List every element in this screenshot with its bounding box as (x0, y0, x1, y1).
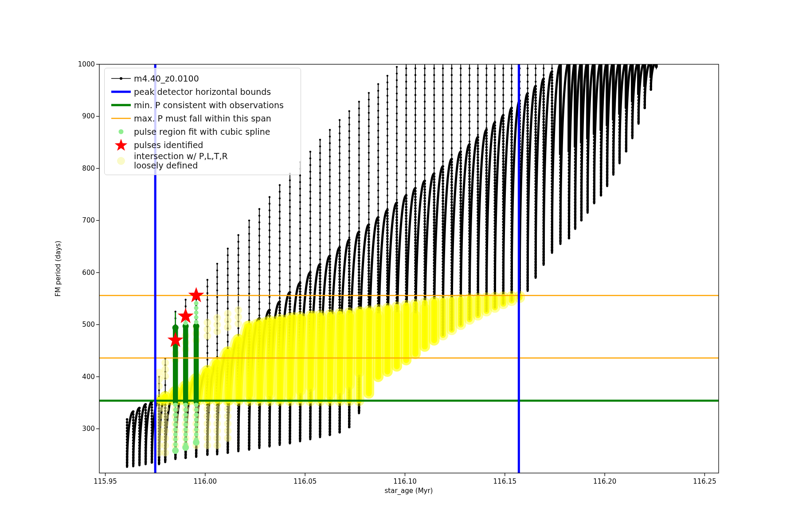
legend-label: peak detector horizontal bounds (134, 87, 271, 97)
x-axis-label: star_age (Myr) (385, 487, 433, 495)
legend: m4.40_z0.0100peak detector horizontal bo… (104, 68, 301, 175)
x-tick-label: 116.05 (285, 477, 325, 485)
y-tick-label: 300 (69, 425, 95, 433)
y-tick-label: 700 (69, 216, 95, 224)
y-tick-label: 800 (69, 164, 95, 172)
legend-label: pulse region fit with cubic spline (134, 127, 270, 137)
legend-item: pulse region fit with cubic spline (108, 125, 296, 138)
y-tick-label: 400 (69, 373, 95, 381)
series-line-icon (108, 72, 134, 85)
legend-item: m4.40_z0.0100 (108, 72, 296, 85)
x-tick-label: 116.25 (685, 477, 724, 485)
legend-item: pulses identified (108, 138, 296, 152)
y-tick-label: 900 (69, 112, 95, 120)
x-tick-label: 116.15 (485, 477, 525, 485)
legend-label: m4.40_z0.0100 (134, 74, 199, 83)
y-tick-label: 1000 (69, 60, 95, 68)
big-dot-marker-icon (108, 154, 134, 168)
x-tick-label: 116.20 (585, 477, 625, 485)
legend-label: intersection w/ P,L,T,Rloosely defined (134, 152, 228, 170)
legend-label: pulses identified (134, 141, 203, 150)
x-tick-label: 116.10 (385, 477, 425, 485)
hline-sample-icon (108, 112, 134, 125)
legend-item: intersection w/ P,L,T,Rloosely defined (108, 152, 296, 170)
legend-label: min. P consistent with observations (134, 101, 284, 110)
y-tick-label: 500 (69, 321, 95, 329)
figure: 3004005006007008009001000 115.95116.0011… (0, 0, 798, 532)
y-axis-label: FM period (days) (54, 241, 62, 297)
x-tick-label: 115.95 (86, 477, 125, 485)
legend-item: peak detector horizontal bounds (108, 85, 296, 98)
dot-marker-icon (108, 125, 134, 138)
hline-sample-icon (108, 98, 134, 112)
x-tick-label: 116.00 (185, 477, 225, 485)
star-marker-icon (108, 138, 134, 152)
legend-item: max. P must fall within this span (108, 112, 296, 125)
y-tick-label: 600 (69, 269, 95, 277)
legend-label: max. P must fall within this span (134, 114, 271, 123)
hline-sample-icon (108, 85, 134, 98)
legend-item: min. P consistent with observations (108, 98, 296, 112)
